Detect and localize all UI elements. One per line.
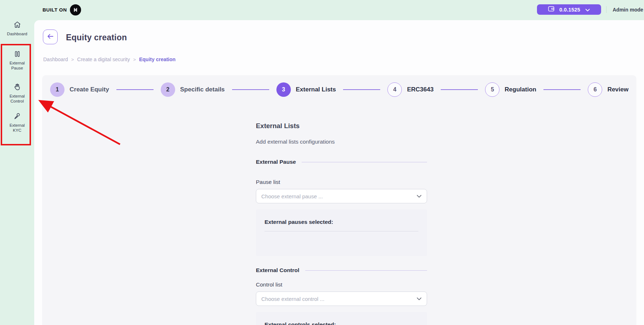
section-heading: External Control (256, 267, 299, 274)
pause-list-label: Pause list (256, 179, 427, 185)
page-title: Equity creation (66, 33, 127, 42)
sidebar-item-dashboard[interactable]: Dashboard (0, 21, 34, 37)
form-subtitle: Add external lists configurations (256, 139, 427, 145)
breadcrumb-separator-icon: > (71, 57, 74, 62)
brand-logo: BUILT ON (43, 4, 81, 15)
step-number: 4 (387, 82, 402, 97)
step-erc3643[interactable]: 4 ERC3643 (387, 82, 434, 97)
step-create-equity[interactable]: 1 Create Equity (50, 82, 109, 97)
wallet-account-button[interactable]: 0.0.1525 (537, 4, 601, 15)
step-label: External Lists (296, 86, 336, 93)
form-title: External Lists (256, 122, 427, 130)
card-heading: External controls selected: (265, 321, 418, 325)
hedera-logo-icon (70, 4, 81, 15)
step-label: ERC3643 (407, 86, 434, 93)
step-connector (116, 89, 154, 90)
section-external-control: External Control (256, 267, 427, 274)
step-review[interactable]: 6 Review (588, 82, 629, 97)
external-lists-form: External Lists Add external lists config… (256, 122, 427, 325)
sidebar-item-external-pause[interactable]: ExternalPause (0, 50, 34, 71)
pause-icon (13, 50, 21, 59)
step-connector (343, 89, 380, 90)
hand-icon (13, 83, 21, 92)
breadcrumb-separator-icon: > (133, 57, 136, 62)
card-heading: External pauses selected: (265, 219, 418, 225)
topbar: BUILT ON 0.0.1525 Admin mode (0, 0, 644, 20)
chevron-down-icon (417, 193, 422, 199)
step-external-lists[interactable]: 3 External Lists (276, 82, 336, 97)
step-connector (232, 89, 269, 90)
wizard-stepper: 1 Create Equity 2 Specific details 3 Ext… (42, 75, 636, 98)
wallet-account-id: 0.0.1525 (559, 7, 580, 13)
card-divider (265, 231, 418, 231)
wizard-panel: 1 Create Equity 2 Specific details 3 Ext… (42, 75, 636, 325)
admin-mode-label: Admin mode (613, 7, 643, 13)
step-label: Review (607, 86, 629, 93)
step-specific-details[interactable]: 2 Specific details (161, 82, 225, 97)
sidebar-item-label: Dashboard (7, 32, 27, 37)
sidebar-item-external-kyc[interactable]: ExternalKYC (0, 112, 34, 133)
pause-list-placeholder: Choose external pause ... (261, 193, 323, 199)
main-content: Equity creation Dashboard > Create a dig… (34, 20, 644, 325)
step-label: Regulation (505, 86, 536, 93)
control-list-placeholder: Choose external control ... (261, 296, 324, 302)
step-connector (441, 89, 478, 90)
step-number: 6 (588, 82, 602, 97)
breadcrumb-current: Equity creation (139, 57, 176, 62)
step-number: 1 (50, 82, 65, 97)
step-label: Create Equity (70, 86, 109, 93)
topbar-divider (606, 6, 607, 13)
sidebar-item-label: ExternalKYC (9, 123, 25, 133)
chevron-down-icon (585, 6, 590, 13)
external-controls-selected-card: External controls selected: (256, 312, 427, 325)
home-icon (13, 21, 22, 30)
sidebar-item-label: ExternalControl (9, 94, 25, 104)
step-regulation[interactable]: 5 Regulation (485, 82, 536, 97)
breadcrumb-dashboard[interactable]: Dashboard (43, 57, 68, 62)
back-button[interactable] (43, 30, 58, 44)
chevron-down-icon (417, 295, 422, 302)
breadcrumb-create-digital-security[interactable]: Create a digital security (77, 57, 130, 62)
section-heading: External Pause (256, 159, 296, 165)
sidebar-item-label: ExternalPause (9, 61, 25, 71)
wallet-icon (548, 6, 554, 13)
step-number: 2 (161, 82, 175, 97)
brand-text: BUILT ON (43, 7, 67, 13)
arrow-left-icon (47, 34, 54, 40)
step-number: 5 (485, 82, 499, 97)
section-divider (305, 270, 427, 271)
section-divider (302, 162, 427, 162)
external-pauses-selected-card: External pauses selected: (256, 209, 427, 256)
control-list-label: Control list (256, 281, 427, 288)
breadcrumb: Dashboard > Create a digital security > … (43, 57, 176, 62)
step-number: 3 (276, 82, 291, 97)
pause-list-select[interactable]: Choose external pause ... (256, 189, 427, 203)
step-label: Specific details (180, 86, 225, 93)
step-connector (543, 89, 581, 90)
sidebar-item-external-control[interactable]: ExternalControl (0, 83, 34, 104)
key-icon (13, 112, 21, 122)
section-external-pause: External Pause (256, 159, 427, 165)
control-list-select[interactable]: Choose external control ... (256, 292, 427, 306)
